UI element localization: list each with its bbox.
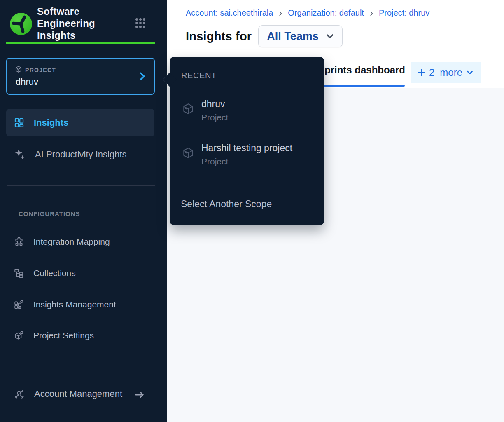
more-tabs-dropdown[interactable]: 2 more [411, 62, 481, 83]
sidebar-divider [7, 367, 155, 367]
configurations-section-label: CONFIGURATIONS [19, 210, 80, 217]
popover-divider [174, 183, 317, 183]
active-tab-indicator [311, 85, 405, 87]
puzzle-icon [14, 237, 24, 247]
select-another-scope-button[interactable]: Select Another Scope [181, 199, 272, 210]
sidebar-item-project-settings[interactable]: Project Settings [6, 325, 154, 346]
sei-logo-icon [9, 12, 33, 36]
sidebar: Software Engineering Insights PROJECT dh… [0, 0, 167, 422]
scope-item-type: Project [201, 113, 228, 122]
sidebar-item-insights[interactable]: Insights [6, 109, 154, 136]
sidebar-item-label: Account Management [34, 389, 122, 399]
sidebar-item-label: Insights Management [33, 300, 116, 309]
sidebar-item-label: Project Settings [33, 331, 94, 340]
scope-item-name: dhruv [201, 98, 228, 110]
project-scope-name: dhruv [16, 77, 38, 87]
sidebar-item-account-management[interactable]: Account Management [6, 382, 154, 406]
sidebar-item-ai-productivity-insights[interactable]: AI Productivity Insights [6, 141, 154, 168]
scope-item-type: Project [201, 157, 292, 166]
scope-selector-popover: RECENT dhruv Project [170, 57, 324, 225]
breadcrumb-organization-link[interactable]: Organization: default [288, 8, 364, 18]
breadcrumb-account-link[interactable]: Account: sai.cheethirala [186, 8, 273, 18]
chevron-right-icon [278, 11, 283, 16]
scope-item-name: Harshil testing project [201, 142, 292, 154]
app-grid-icon[interactable] [135, 17, 146, 29]
app-root: Software Engineering Insights PROJECT dh… [0, 0, 504, 422]
sidebar-item-integration-mapping[interactable]: Integration Mapping [6, 231, 154, 253]
page-header: Account: sai.cheethirala Organization: d… [167, 0, 504, 55]
tab-sprints-dashboard[interactable]: prints dashboard [324, 64, 405, 76]
breadcrumb: Account: sai.cheethirala Organization: d… [186, 8, 429, 18]
recent-section-label: RECENT [181, 71, 217, 80]
plus-icon [417, 68, 426, 77]
chevron-down-icon [324, 31, 335, 42]
chevron-right-icon [137, 71, 147, 82]
sidebar-item-collections[interactable]: Collections [6, 263, 154, 284]
more-tabs-label: more [440, 67, 462, 78]
sidebar-item-label: Collections [33, 268, 76, 278]
hierarchy-icon [14, 268, 24, 279]
project-cube-icon [182, 103, 194, 122]
scope-item-harshil-testing-project[interactable]: Harshil testing project Project [182, 142, 292, 166]
team-selector-dropdown[interactable]: All Teams [258, 25, 343, 47]
sidebar-item-label: Integration Mapping [33, 237, 110, 247]
insights-dashboard-icon [14, 117, 25, 128]
page-title: Insights for [186, 30, 252, 43]
more-tabs-count: 2 [429, 67, 434, 78]
project-cube-icon [15, 66, 22, 73]
dashboard-gear-icon [14, 299, 24, 310]
sidebar-item-label: Insights [34, 117, 68, 128]
chevron-down-icon [465, 68, 474, 77]
project-scope-card[interactable]: PROJECT dhruv [6, 58, 155, 95]
chevron-right-icon [369, 11, 374, 16]
cube-gear-icon [14, 330, 24, 341]
project-cube-icon [182, 147, 194, 166]
sidebar-item-label: AI Productivity Insights [35, 149, 127, 160]
app-title: Software Engineering Insights [37, 5, 113, 41]
sidebar-item-insights-management[interactable]: Insights Management [6, 294, 154, 315]
brand-divider [6, 42, 155, 44]
project-scope-label: PROJECT [25, 67, 56, 73]
page-title-row: Insights for All Teams [186, 25, 343, 47]
arrow-right-icon [134, 389, 145, 401]
scope-item-dhruv[interactable]: dhruv Project [182, 98, 228, 122]
breadcrumb-project-link[interactable]: Project: dhruv [379, 8, 429, 18]
sparkles-icon [14, 148, 26, 161]
sidebar-divider [7, 185, 155, 186]
tools-icon [14, 388, 25, 400]
team-selector-value: All Teams [267, 30, 319, 43]
